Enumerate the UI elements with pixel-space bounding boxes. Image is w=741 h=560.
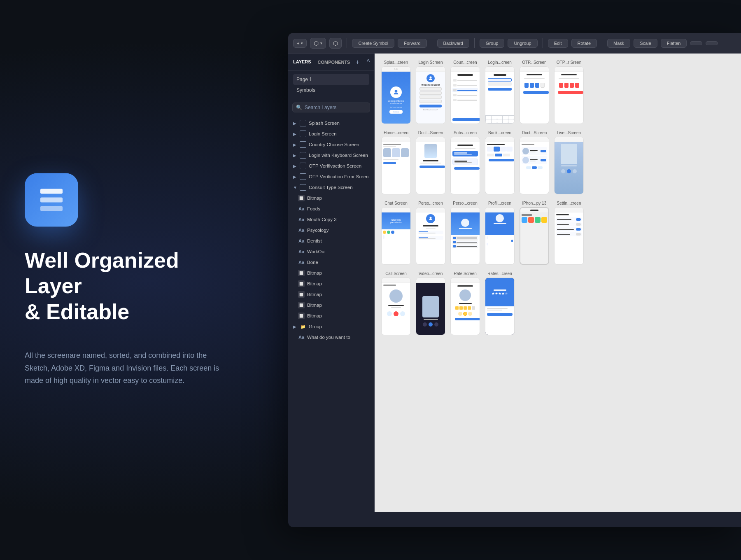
app-icon: [25, 173, 78, 227]
layers-tab[interactable]: LAYERS: [293, 58, 311, 66]
layer-mouth-copy[interactable]: Aa Mouth Copy 3: [288, 214, 374, 225]
pages-section: Page 1 Symbols: [288, 71, 374, 99]
option-icon: [453, 237, 456, 239]
screen-login[interactable]: Login Screen Welcome to DocO!: [416, 60, 445, 124]
arrow-icon: ▶: [293, 164, 297, 168]
layer-label: Bitmap: [307, 313, 322, 318]
screen-login-keyboard[interactable]: Login...creen: [485, 60, 515, 124]
insert-plus-btn[interactable]: +▾: [293, 39, 307, 48]
layer-bitmap-3[interactable]: ⬜ Bitmap: [288, 278, 374, 289]
page1-item[interactable]: Page 1: [293, 74, 369, 85]
screen-live[interactable]: Live...Screen: [554, 131, 584, 194]
profile-options: [451, 235, 480, 249]
create-symbol-btn[interactable]: Backward: [437, 39, 469, 48]
screen-otp[interactable]: OTP...Screen: [520, 60, 549, 124]
data-tab[interactable]: Forward: [398, 39, 426, 48]
screen-label: Call Screen: [385, 271, 407, 276]
screen-chat[interactable]: Chat Screen Chat withyour doctor: [381, 201, 411, 265]
screen-perso2[interactable]: Perso...creen: [450, 201, 480, 265]
group-btn[interactable]: Edit: [548, 39, 568, 48]
screen-rates[interactable]: Rates...creen: [485, 271, 515, 335]
screen-subs[interactable]: Subs...creen: [450, 131, 480, 194]
bitmap-icon: ⬜: [298, 313, 305, 319]
icon-btn: [387, 231, 390, 234]
phone-content: [451, 72, 480, 124]
info-value: [419, 233, 436, 233]
screen-iphone[interactable]: iPhon...py 13: [520, 201, 549, 265]
layer-psycology[interactable]: Aa Psycology: [288, 225, 374, 236]
flatten-btn[interactable]: [706, 41, 718, 45]
layer-foods[interactable]: Aa Foods: [288, 203, 374, 214]
canvas-area[interactable]: Splas...creen 9:41 Connect with yourcoac…: [375, 54, 741, 512]
component-btn[interactable]: ⬡▾: [310, 38, 326, 49]
screen-settings[interactable]: Settin...creen: [554, 201, 584, 265]
screen-doctor[interactable]: Doct...Screen: [416, 131, 445, 194]
layer-consult-screen[interactable]: ▼ Consult Type Screen: [288, 182, 374, 193]
option-row: [452, 236, 478, 240]
screen-country[interactable]: Coun...creen: [450, 60, 480, 124]
screen-call[interactable]: Call Screen: [381, 271, 411, 335]
backward-btn[interactable]: Ungroup: [508, 39, 537, 48]
edit-btn[interactable]: Mask: [607, 39, 630, 48]
bitmap-icon: ⬜: [298, 302, 305, 308]
arrow-icon: ▶: [293, 132, 297, 136]
layer-otp-screen[interactable]: ▶ OTP Verifivaction Screen: [288, 161, 374, 171]
star-filled: [464, 306, 467, 310]
frame-icon: [300, 184, 306, 191]
phone-content: [416, 212, 445, 264]
layer-login-screen[interactable]: ▶ Login Screen: [288, 128, 374, 139]
screen-profil[interactable]: Profil...creen: [485, 201, 515, 265]
doctor-avatar: [426, 74, 435, 82]
screen-rate[interactable]: Rate Screen: [450, 271, 480, 335]
mask-btn[interactable]: Flatten: [661, 39, 687, 48]
insert-tab[interactable]: Create Symbol: [352, 39, 394, 48]
rotate-btn[interactable]: Scale: [634, 39, 657, 48]
name: [423, 225, 438, 226]
screen-row-2: Home...creen: [381, 131, 734, 194]
scale-btn[interactable]: [690, 41, 702, 45]
calendar-row: [487, 147, 513, 152]
add-layer-btn[interactable]: +: [353, 58, 361, 66]
chat-messages: [382, 229, 410, 265]
layer-bitmap-5[interactable]: ⬜ Bitmap: [288, 300, 374, 310]
layer-workout[interactable]: Aa WorkOut: [288, 246, 374, 257]
screen-splash[interactable]: Splas...creen 9:41 Connect with yourcoac…: [381, 60, 411, 124]
layer-bitmap-2[interactable]: ⬜ Bitmap: [288, 268, 374, 278]
symbols-item[interactable]: Symbols: [293, 85, 369, 96]
country-name: [457, 90, 477, 91]
screen-label: Perso...creen: [418, 201, 443, 205]
screen-video[interactable]: Video...creen: [416, 271, 445, 335]
country-item: [452, 98, 478, 102]
screen-perso[interactable]: Perso...creen: [416, 201, 445, 265]
screen-doctor2[interactable]: Doct...Screen: [520, 131, 549, 194]
screen-otp-error[interactable]: OTP...r Sreen: [554, 60, 584, 124]
doc-info: [530, 150, 540, 152]
header-text: [383, 144, 401, 145]
tag: [538, 166, 543, 169]
layer-otp-error-screen[interactable]: ▶ OTP Verification Error Sreen: [288, 171, 374, 182]
screen-home[interactable]: Home...creen: [381, 131, 411, 194]
magic-btn[interactable]: ⬡: [329, 38, 342, 49]
ungroup-btn[interactable]: Rotate: [571, 39, 597, 48]
layer-country-screen[interactable]: ▶ Country Choose Screen: [288, 139, 374, 150]
components-tab[interactable]: COMPONENTS: [318, 58, 350, 66]
layer-dentist[interactable]: Aa Dentist: [288, 236, 374, 246]
country-name: [457, 85, 477, 86]
layer-login-keyboard-screen[interactable]: ▶ Login with Keyboard Screen: [288, 150, 374, 161]
time-slots: [487, 154, 513, 156]
msg-bubble: [487, 236, 488, 239]
forward-btn[interactable]: Group: [480, 39, 505, 48]
layer-bone[interactable]: Aa Bone: [288, 257, 374, 268]
layer-what-do[interactable]: Aa What do you want to: [288, 332, 374, 343]
collapse-btn[interactable]: ^: [364, 58, 372, 66]
screen-label: Home...creen: [384, 131, 408, 135]
layer-splash-screen[interactable]: ▶ Splash Screen: [288, 118, 374, 128]
doc-avatar: [522, 148, 529, 154]
layer-bitmap-4[interactable]: ⬜ Bitmap: [288, 289, 374, 300]
screen-book[interactable]: Book...creen: [485, 131, 515, 194]
layer-bitmap-1[interactable]: ⬜ Bitmap: [288, 193, 374, 203]
main-heading: Well Organized Layer & Editable: [25, 247, 239, 324]
layer-bitmap-6[interactable]: ⬜ Bitmap: [288, 310, 374, 321]
search-box[interactable]: 🔍 Search Layers: [292, 103, 370, 112]
layer-group[interactable]: ▶ 📁 Group: [288, 321, 374, 332]
